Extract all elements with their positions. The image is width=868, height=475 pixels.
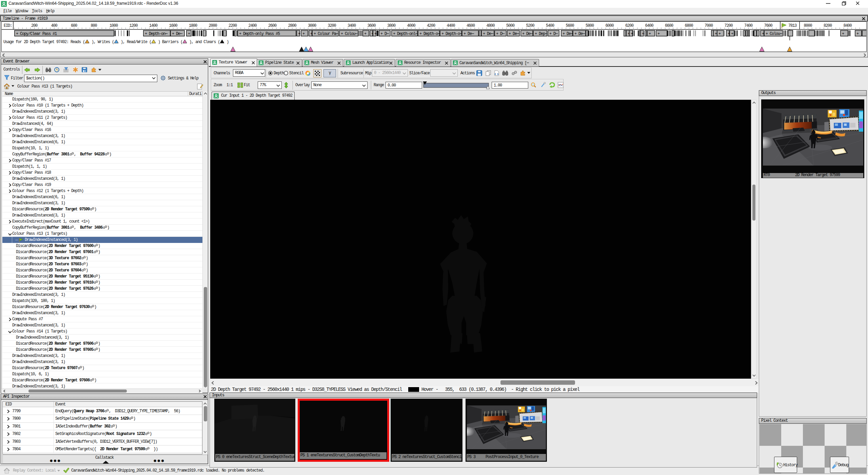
svg-text:+ De⋯: + De⋯ xyxy=(574,32,585,36)
svg-text:+: + xyxy=(188,32,190,36)
svg-text:1000: 1000 xyxy=(110,23,118,28)
svg-text:+: + xyxy=(302,32,305,36)
svg-text:+ De⋯: + De⋯ xyxy=(172,32,182,36)
svg-text:4600: 4600 xyxy=(467,23,475,28)
svg-text:+: + xyxy=(715,32,717,36)
svg-text:+: + xyxy=(364,32,367,36)
svg-text:+ Depth-o⋯: + Depth-o⋯ xyxy=(441,32,462,36)
svg-text:1200: 1200 xyxy=(130,23,138,28)
svg-text:7400: 7400 xyxy=(744,23,753,28)
svg-text:4200: 4200 xyxy=(427,23,435,28)
svg-text:1600: 1600 xyxy=(169,23,178,28)
svg-text:+: + xyxy=(649,32,651,36)
svg-text:7200: 7200 xyxy=(725,23,733,28)
svg-text:+ D⋯: + D⋯ xyxy=(549,32,558,36)
svg-text:+ Copy/Clear Pass #1: + Copy/Clear Pass #1 xyxy=(16,32,57,36)
svg-text:4000: 4000 xyxy=(407,23,416,28)
svg-text:2400: 2400 xyxy=(249,23,257,28)
svg-text:+ De⋯: + De⋯ xyxy=(483,32,493,36)
svg-text:+: + xyxy=(842,32,844,36)
svg-text:3000: 3000 xyxy=(308,23,316,28)
svg-text:7600: 7600 xyxy=(764,23,773,28)
svg-text:+: + xyxy=(718,32,721,36)
svg-text:+: + xyxy=(374,32,377,36)
svg-text:600: 600 xyxy=(71,23,77,28)
svg-text:2200: 2200 xyxy=(229,23,237,28)
svg-text:6600: 6600 xyxy=(665,23,673,28)
svg-text:+ D⋯: + D⋯ xyxy=(496,32,505,36)
svg-text:2800: 2800 xyxy=(288,23,297,28)
svg-text:+: + xyxy=(731,32,733,36)
svg-text:6200: 6200 xyxy=(625,23,634,28)
svg-text:1400: 1400 xyxy=(149,23,158,28)
svg-text:7813: 7813 xyxy=(788,23,797,28)
svg-text:5600: 5600 xyxy=(566,23,574,28)
svg-text:800: 800 xyxy=(91,23,97,28)
svg-text:+ De⋯: + De⋯ xyxy=(463,32,474,36)
svg-text:5800: 5800 xyxy=(586,23,594,28)
svg-text:3600: 3600 xyxy=(368,23,376,28)
svg-text:+ Depth-onl⋯: + Depth-onl⋯ xyxy=(393,32,418,36)
svg-text:200: 200 xyxy=(31,23,38,28)
svg-text:+ Dep⋯: + Dep⋯ xyxy=(535,32,547,36)
svg-text:6800: 6800 xyxy=(685,23,693,28)
svg-text:+ Colour Pa⋯: + Colour Pa⋯ xyxy=(314,32,338,36)
svg-text:+ Depth-only Pass #5: + Depth-only Pass #5 xyxy=(239,32,280,36)
svg-text:5000: 5000 xyxy=(506,23,515,28)
svg-text:8400: 8400 xyxy=(844,23,852,28)
svg-text:+: + xyxy=(762,32,764,36)
svg-text:+ Colou⋯: + Colou⋯ xyxy=(341,32,357,36)
svg-text:+: + xyxy=(856,32,859,36)
svg-text:4400: 4400 xyxy=(447,23,455,28)
svg-text:6400: 6400 xyxy=(645,23,654,28)
svg-text:3400: 3400 xyxy=(348,23,356,28)
svg-text:EID:: EID: xyxy=(4,23,12,28)
svg-text:2600: 2600 xyxy=(268,23,277,28)
svg-text:+ Depth-on⋯: + Depth-on⋯ xyxy=(145,32,167,36)
svg-text:400: 400 xyxy=(51,23,58,28)
svg-text:4800: 4800 xyxy=(487,23,495,28)
svg-text:+ Depth-o⋯: + Depth-o⋯ xyxy=(419,32,440,36)
svg-text:3800: 3800 xyxy=(387,23,396,28)
svg-text:8000: 8000 xyxy=(804,23,812,28)
svg-text:8200: 8200 xyxy=(824,23,832,28)
svg-text:1800: 1800 xyxy=(189,23,197,28)
svg-text:+: + xyxy=(642,32,644,36)
svg-text:+: + xyxy=(298,32,300,36)
svg-text:5400: 5400 xyxy=(546,23,554,28)
svg-text:3200: 3200 xyxy=(328,23,336,28)
svg-text:+ D⋯: + D⋯ xyxy=(380,32,389,36)
svg-text:+ De⋯: + De⋯ xyxy=(563,32,573,36)
svg-text:+ De⋯: + De⋯ xyxy=(522,32,533,36)
svg-text:+ De⋯: + De⋯ xyxy=(509,32,519,36)
svg-text:7000: 7000 xyxy=(705,23,713,28)
svg-text:+: + xyxy=(631,32,633,36)
svg-text:2000: 2000 xyxy=(209,23,217,28)
svg-text:+: + xyxy=(657,32,660,36)
svg-text:6000: 6000 xyxy=(606,23,614,28)
svg-text:5200: 5200 xyxy=(526,23,535,28)
svg-text:+ Colou⋯: + Colou⋯ xyxy=(766,32,782,36)
